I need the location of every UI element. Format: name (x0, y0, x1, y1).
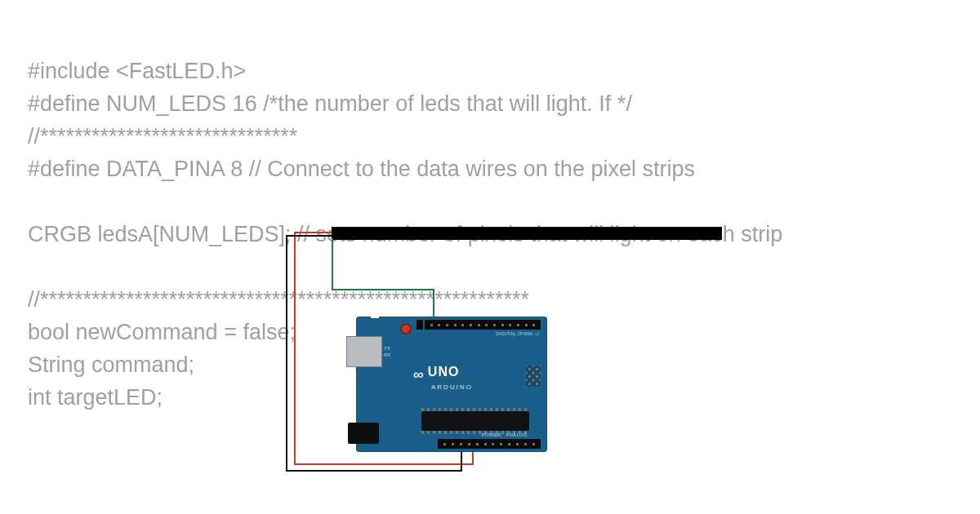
arduino-board: TX RX ∞UNO ARDUINO DIGITAL (PWM ~) POWER… (356, 317, 547, 452)
wire-black (286, 470, 462, 472)
digital-pin-header (425, 320, 541, 330)
pin-header (416, 320, 423, 330)
wire-black (286, 235, 287, 472)
board-brand: ARDUINO (431, 383, 473, 392)
usb-port-icon (346, 336, 382, 367)
wire-green (332, 289, 434, 290)
code-line: #include <FastLED.h> (28, 55, 980, 88)
code-line: #define DATA_PINA 8 // Connect to the da… (28, 153, 980, 186)
board-model: UNO (428, 365, 460, 379)
code-line: //****************************** (28, 121, 980, 153)
wiring-diagram: TX RX ∞UNO ARDUINO DIGITAL (PWM ~) POWER… (281, 224, 722, 468)
wire-red (294, 232, 296, 465)
wire-red (294, 232, 332, 233)
txrx-label: TX RX (384, 346, 390, 359)
led-strip (332, 227, 722, 240)
code-line (28, 186, 980, 219)
power-jack-icon (348, 423, 379, 444)
wire-black (286, 235, 332, 237)
board-branding: ∞UNO ARDUINO (413, 364, 473, 392)
icsp-header-icon (526, 366, 541, 387)
power-analog-pins-label: POWER ANALOG (481, 432, 528, 437)
wire-green (332, 238, 333, 290)
wire-red (294, 463, 474, 465)
atmega-chip-icon (421, 411, 529, 431)
power-analog-pin-header (438, 439, 541, 449)
digital-pins-label: DIGITAL (PWM ~) (496, 331, 539, 336)
code-line: #define NUM_LEDS 16 /*the number of leds… (28, 88, 980, 121)
reset-button-icon (400, 323, 412, 335)
arduino-logo-icon: ∞ (413, 366, 423, 384)
